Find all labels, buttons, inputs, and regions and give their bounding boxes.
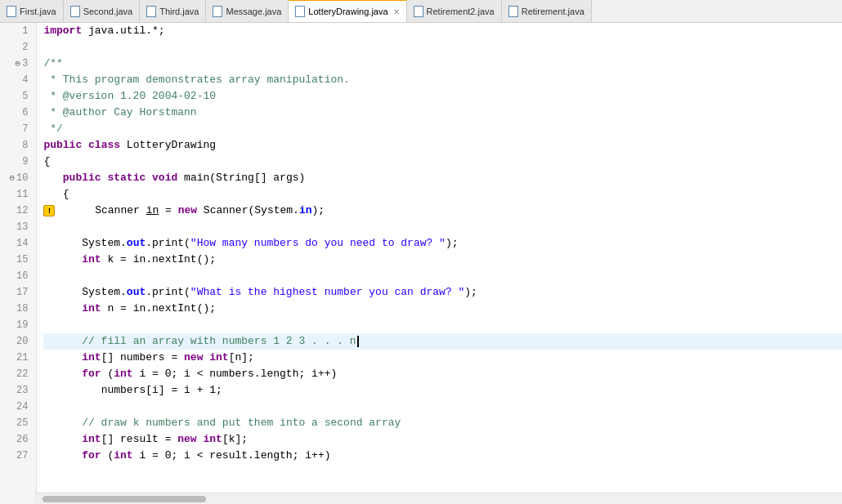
tab-bar: First.java Second.java Third.java Messag… [0,0,842,23]
code-indent [43,415,82,431]
code-line-27: for ( int i = 0; i < result.length; i++) [43,448,842,464]
code-line-21: int [] numbers = new int [n]; [43,350,842,366]
gutter-line: 6 [5,105,31,121]
file-icon [213,6,222,17]
tab-label: First.java [20,7,56,16]
file-icon [70,6,80,17]
comment-and: and [197,415,216,431]
code-text: [k]; [222,431,248,448]
code-text: n = in.nextInt(); [101,301,216,317]
keyword-class: class [88,137,120,154]
keyword-import: import [43,23,82,39]
code-line-1: import java.util.*; [43,23,842,39]
code-line-6: * @author Cay Horstmann [43,105,842,121]
code-text: numbers[i] = i + 1; [101,382,222,399]
scroll-thumb[interactable] [43,496,206,502]
keyword-int: int [82,350,101,366]
string-literal: "How many numbers do you need to draw? " [190,235,446,252]
code-text: ); [464,284,477,301]
keyword-new: new [177,431,196,448]
code-line-24 [43,399,842,415]
code-text: { [43,154,50,170]
code-indent [43,366,82,382]
gutter-line: 18 [5,301,31,317]
file-icon [295,6,305,17]
code-line-19 [43,317,842,333]
code-text: i = 0; i < result.length; i++) [133,448,331,464]
fold-icon[interactable]: ⊖ [5,170,15,186]
gutter-line: 27 [5,448,31,464]
tab-label: Third.java [159,7,199,16]
code-indent [43,350,82,366]
code-line-16 [43,268,842,284]
gutter-line: 19 [5,317,31,333]
tab-retirement2-java[interactable]: Retirement2.java [407,0,502,22]
editor-area: 1 2 ⊖3 4 5 6 7 8 9 ⊖10 11 12 13 14 15 16… [0,23,842,504]
code-text: ( [101,366,114,382]
file-icon [146,6,156,17]
code-editor[interactable]: import java.util.*; /** * This program d… [37,23,842,504]
code-text: in [299,203,312,219]
gutter-line: 25 [5,415,31,431]
gutter-line: 24 [5,399,31,415]
keyword-int: int [82,431,101,448]
comment: * @author Cay Horstmann [43,105,196,121]
keyword-new: new [184,350,203,366]
fold-icon[interactable]: ⊖ [11,56,20,72]
code-indent [43,333,82,350]
comment: // draw k numbers [82,415,196,431]
gutter-line: 20 [5,333,31,350]
keyword-int: int [203,431,222,448]
warning-icon: ! [43,205,55,216]
code-indent [43,235,82,252]
code-line-2 [43,39,842,56]
gutter-line: 22 [5,366,31,382]
code-text: i = 0; i < numbers.length; i++) [133,366,338,382]
gutter-line: ⊖10 [5,170,31,186]
code-line-12: ! Scanner in = new Scanner(System. in ); [43,203,842,219]
code-text [82,137,88,154]
tab-close-icon[interactable]: ✕ [393,7,400,16]
keyword-void: void [152,170,177,186]
tab-retirement-java[interactable]: Retirement.java [502,0,592,22]
code-indent [43,382,101,399]
comment: */ [43,121,62,137]
code-indent [43,431,82,448]
gutter-line: 7 [5,121,31,137]
code-line-8: public class LotteryDrawing [43,137,842,154]
code-line-22: for ( int i = 0; i < numbers.length; i++… [43,366,842,382]
code-text: .print( [146,284,190,301]
code-text: ); [312,203,325,219]
tab-lotterydrawing-java[interactable]: LotteryDrawing.java ✕ [289,0,406,22]
keyword-for: for [82,448,101,464]
code-line-10: public static void main(String[] args) [43,170,842,186]
gutter-line: 5 [5,88,31,105]
tab-message-java[interactable]: Message.java [206,0,289,22]
comment: put them into a second array [216,415,401,431]
code-indent [56,203,95,219]
file-icon [508,6,518,17]
code-line-14: System. out .print( "How many numbers do… [43,235,842,252]
gutter-line: 15 [5,252,31,268]
code-line-7: */ [43,121,842,137]
gutter-line: 17 [5,284,31,301]
code-text: Scanner(System. [197,203,299,219]
keyword-int: int [114,448,132,464]
tab-second-java[interactable]: Second.java [64,0,141,22]
tab-third-java[interactable]: Third.java [140,0,206,22]
gutter-line: 13 [5,219,31,235]
tab-first-java[interactable]: First.java [0,0,64,22]
comment: * This program demonstrates array manipu… [43,72,349,88]
comment: /** [43,56,62,72]
code-text [197,431,204,448]
line-number-gutter: 1 2 ⊖3 4 5 6 7 8 9 ⊖10 11 12 13 14 15 16… [0,23,37,504]
keyword-int: int [114,366,132,382]
code-line-13 [43,219,842,235]
tab-label: Message.java [226,7,281,16]
code-line-5: * @version 1.20 2004-02-10 [43,88,842,105]
code-line-20: // fill an array with numbers 1 2 3 . . … [43,333,842,350]
code-indent [43,448,82,464]
horizontal-scrollbar[interactable] [34,493,842,504]
string-literal: "What is the highest number you can draw… [190,284,464,301]
code-indent [43,284,82,301]
